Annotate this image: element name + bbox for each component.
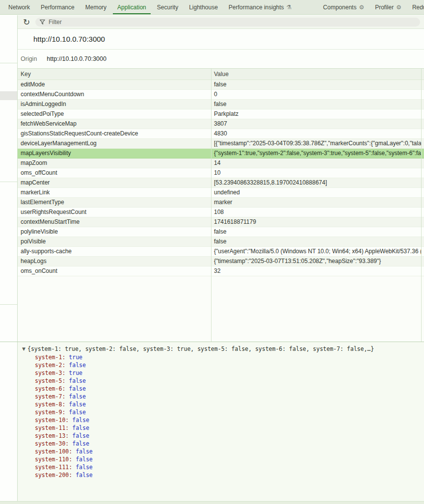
table-row[interactable]: editMode false <box>18 80 424 90</box>
preview-entry-value: false <box>76 448 93 455</box>
table-row[interactable]: mapCenter [53.23940863328815,8.197002410… <box>18 178 424 188</box>
table-row[interactable]: polylineVisible false <box>18 227 424 237</box>
object-summary-text: {system-1: true, system-2: false, system… <box>27 345 374 353</box>
column-resize-handle[interactable] <box>421 69 422 342</box>
table-row[interactable]: userRightsRequestCount 108 <box>18 208 424 217</box>
table-row[interactable]: poiVisible false <box>18 237 424 247</box>
gear-icon: ⚙ <box>396 4 401 10</box>
row-value: [{"timestamp":"2025-03-04T09:35:38.786Z"… <box>211 139 421 148</box>
preview-entry-key: system-9: <box>35 409 65 416</box>
column-header-value[interactable]: Value <box>211 69 424 80</box>
table-row[interactable]: mapLayersVisibility {"system-1":true,"sy… <box>18 149 424 159</box>
row-value: false <box>211 100 421 109</box>
row-key: markerLink <box>18 188 211 197</box>
tab-lighthouse[interactable]: Lighthouse <box>184 0 223 14</box>
table-row[interactable]: oms_onCount 32 <box>18 266 424 276</box>
preview-entry-value: false <box>69 362 86 369</box>
tab-memory[interactable]: Memory <box>80 0 112 14</box>
devtools-tabbar: Network Performance Memory Application S… <box>0 0 424 15</box>
row-value: Parkplatz <box>211 109 421 119</box>
preview-entry: system-13:false <box>35 432 424 440</box>
table-row[interactable]: isAdminLoggedIn false <box>18 100 424 109</box>
tab-label: Application <box>117 4 146 11</box>
row-value: 108 <box>211 208 421 217</box>
table-row[interactable]: fetchWebServiceMap 3807 <box>18 119 424 129</box>
preview-entry: system-110:false <box>35 455 424 463</box>
sidebar-selected-item[interactable] <box>0 91 17 100</box>
filter-input[interactable] <box>49 19 416 26</box>
preview-entry: system-9:false <box>35 408 424 416</box>
row-key: poiVisible <box>18 237 211 246</box>
row-value: {"userAgent":"Mozilla/5.0 (Windows NT 10… <box>211 247 421 256</box>
tab-label: Memory <box>85 4 106 11</box>
row-key: fetchWebServiceMap <box>18 119 211 129</box>
preview-entry-value: true <box>69 370 82 376</box>
tab-performance-insights[interactable]: Performance insights ⚗ <box>223 0 297 14</box>
storage-origin-title: http://10.10.0.70:3000 <box>18 29 424 50</box>
row-key: selectedPoiType <box>18 109 211 119</box>
table-row[interactable]: mapZoom 14 <box>18 159 424 168</box>
row-value: false <box>211 227 421 237</box>
preview-entry-key: system-111: <box>35 464 72 471</box>
preview-entry: system-10:false <box>35 416 424 424</box>
tab-network[interactable]: Network <box>3 0 35 14</box>
horizontal-scrollbar[interactable] <box>0 501 424 504</box>
preview-entry-key: system-13: <box>35 432 69 439</box>
table-row[interactable]: lastElementType marker <box>18 198 424 208</box>
table-row[interactable]: ally-supports-cache {"userAgent":"Mozill… <box>18 247 424 257</box>
refresh-icon[interactable]: ↻ <box>22 17 31 27</box>
row-value: 32 <box>211 266 421 276</box>
table-row[interactable]: deviceLayerManagementLog [{"timestamp":"… <box>18 139 424 149</box>
filter-box[interactable] <box>35 18 420 27</box>
preview-entry-value: false <box>69 409 86 416</box>
tab-profiler[interactable]: Profiler ⚙ <box>370 0 407 14</box>
row-key: contextMenuCountdown <box>18 90 211 99</box>
table-row[interactable]: gisStationsStaticRequestCount-createDevi… <box>18 129 424 139</box>
column-resize-handle[interactable] <box>211 69 212 342</box>
preview-entry-key: system-110: <box>35 456 72 463</box>
tab-label: Performance insights <box>229 4 284 11</box>
tab-application[interactable]: Application <box>112 0 152 14</box>
preview-entry-value: false <box>76 472 93 478</box>
row-key: userRightsRequestCount <box>18 208 211 217</box>
row-key: editMode <box>18 80 211 89</box>
table-row[interactable]: contextMenuCountdown 0 <box>18 90 424 100</box>
row-key: heapLogs <box>18 257 211 266</box>
chevron-down-icon[interactable]: ▼ <box>22 345 27 353</box>
preview-entry: system-2:false <box>35 361 424 369</box>
row-key: mapLayersVisibility <box>18 149 211 158</box>
preview-entry-key: system-7: <box>35 393 65 400</box>
row-key: mapZoom <box>18 159 211 168</box>
preview-entry-value: false <box>69 393 86 400</box>
row-key: isAdminLoggedIn <box>18 100 211 109</box>
table-row[interactable]: markerLink undefined <box>18 188 424 198</box>
row-value: 10 <box>211 168 421 178</box>
tab-label: Lighthouse <box>189 4 218 11</box>
preview-entry-value: false <box>69 385 86 392</box>
preview-entry-key: system-10: <box>35 417 69 424</box>
origin-row: Origin http://10.10.0.70:3000 <box>18 50 424 69</box>
tab-redux[interactable]: Redux <box>407 0 424 14</box>
preview-entry-value: false <box>76 464 93 471</box>
tab-security[interactable]: Security <box>152 0 184 14</box>
table-row[interactable]: contextMenuStartTime 1741618871179 <box>18 217 424 227</box>
table-row[interactable]: oms_offCount 10 <box>18 168 424 178</box>
preview-entry-key: system-2: <box>35 362 65 369</box>
tab-performance[interactable]: Performance <box>35 0 80 14</box>
table-row[interactable]: selectedPoiType Parkplatz <box>18 109 424 119</box>
tab-components[interactable]: Components ⚙ <box>318 0 370 14</box>
preview-entry-value: false <box>72 432 89 439</box>
flask-icon: ⚗ <box>287 4 292 10</box>
preview-entry-value: false <box>69 377 86 384</box>
preview-entry-key: system-3: <box>35 370 65 376</box>
preview-entry-value: false <box>69 401 86 408</box>
preview-panel-divider[interactable] <box>0 342 424 342</box>
row-value: 4830 <box>211 129 421 138</box>
preview-entry-key: system-6: <box>35 385 65 392</box>
row-value: {"timestamp":"2025-03-07T13:51:05.208Z",… <box>211 257 421 266</box>
column-header-key[interactable]: Key <box>18 69 211 80</box>
table-row[interactable]: heapLogs {"timestamp":"2025-03-07T13:51:… <box>18 257 424 266</box>
preview-entry: system-3:true <box>35 369 424 377</box>
row-value: 14 <box>211 159 421 168</box>
sidebar-divider <box>0 63 17 63</box>
